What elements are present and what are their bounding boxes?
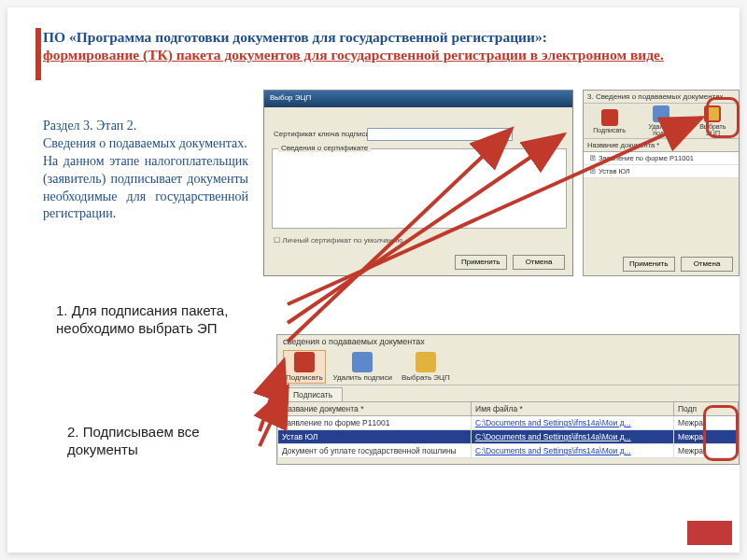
col-file[interactable]: Имя файла * xyxy=(472,402,674,416)
title-line-2: формирование (ТК) пакета документов для … xyxy=(43,47,664,63)
grid-header: сведения о подаваемых документах xyxy=(277,335,739,348)
body-p2: На данном этапе налогоплательщик (заявит… xyxy=(43,153,248,224)
step-1: 1. Для подписания пакета, необходимо выб… xyxy=(56,302,280,338)
apply-button[interactable]: Применить xyxy=(455,255,507,270)
col-name[interactable]: Название документа * xyxy=(278,402,472,416)
file-link[interactable]: C:\Documents and Settings\ifns14a\Мои д.… xyxy=(472,430,674,444)
select-ecp-icon xyxy=(416,352,436,372)
documents-grid-panel: сведения о подаваемых документах Подписа… xyxy=(276,334,740,465)
default-cert-checkbox[interactable]: Личный сертификат по умолчанию xyxy=(274,236,402,245)
grid-select-ecp-button[interactable]: Выбрать ЭЦП xyxy=(400,351,452,383)
dialog-titlebar: Выбор ЭЦП xyxy=(264,91,572,107)
panel-column-header: Название документа * xyxy=(584,139,739,152)
doc-icon: 🖹 xyxy=(587,167,599,175)
sign-tab[interactable]: Подписать xyxy=(283,387,343,401)
delete-signatures-button[interactable]: Удалить подп. xyxy=(642,105,680,136)
cancel-button[interactable]: Отмена xyxy=(513,255,565,270)
body-text: Раздел 3. Этап 2. Сведения о подаваемых … xyxy=(43,118,248,223)
delete-icon xyxy=(653,105,669,122)
table-row[interactable]: Устав ЮЛ C:\Documents and Settings\ifns1… xyxy=(278,430,739,444)
cert-info-label: Сведения о сертификате xyxy=(278,144,371,152)
dialog-select-cert: Выбор ЭЦП Сертификат ключа подписи Сведе… xyxy=(263,90,573,276)
title-line-1: ПО «Программа подготовки документов для … xyxy=(43,29,547,45)
corner-accent xyxy=(687,521,732,545)
documents-table: Название документа * Имя файла * Подп За… xyxy=(277,401,739,458)
cert-label: Сертификат ключа подписи xyxy=(274,130,370,138)
title-accent-bar xyxy=(35,28,41,80)
table-row[interactable]: Заявление по форме Р11001 C:\Documents a… xyxy=(278,416,739,430)
body-heading: Раздел 3. Этап 2. xyxy=(43,118,248,135)
list-item[interactable]: 🖹Устав ЮЛ xyxy=(584,165,739,178)
file-link[interactable]: C:\Documents and Settings\ifns14a\Мои д.… xyxy=(472,444,674,458)
cert-info-group: Сведения о сертификате xyxy=(272,148,567,229)
table-row[interactable]: Документ об уплате государственной пошли… xyxy=(278,444,739,458)
step-2: 2. Подписываем все документы xyxy=(67,424,273,459)
callout-select-ecp xyxy=(706,97,740,138)
file-link[interactable]: C:\Documents and Settings\ifns14a\Мои д.… xyxy=(472,416,674,430)
panel-cancel-button[interactable]: Отмена xyxy=(681,257,733,272)
sign-button[interactable]: Подписать xyxy=(591,109,628,133)
list-item[interactable]: 🖹Заявление по форме Р11001 xyxy=(584,152,739,165)
panel-apply-button[interactable]: Применить xyxy=(623,257,675,272)
grid-sign-button[interactable]: Подписать xyxy=(283,350,326,384)
grid-delete-signatures-button[interactable]: Удалить подписи xyxy=(331,351,394,383)
delete-icon xyxy=(352,352,373,372)
grid-toolbar: Подписать Удалить подписи Выбрать ЭЦП xyxy=(277,348,739,385)
sign-icon xyxy=(601,109,618,126)
callout-sig-column xyxy=(703,405,739,461)
doc-icon: 🖹 xyxy=(587,154,599,162)
body-p1: Сведения о подаваемых документах. xyxy=(43,135,248,153)
slide-title: ПО «Программа подготовки документов для … xyxy=(43,28,715,64)
sign-icon xyxy=(294,352,315,372)
cert-combobox[interactable] xyxy=(367,128,513,141)
